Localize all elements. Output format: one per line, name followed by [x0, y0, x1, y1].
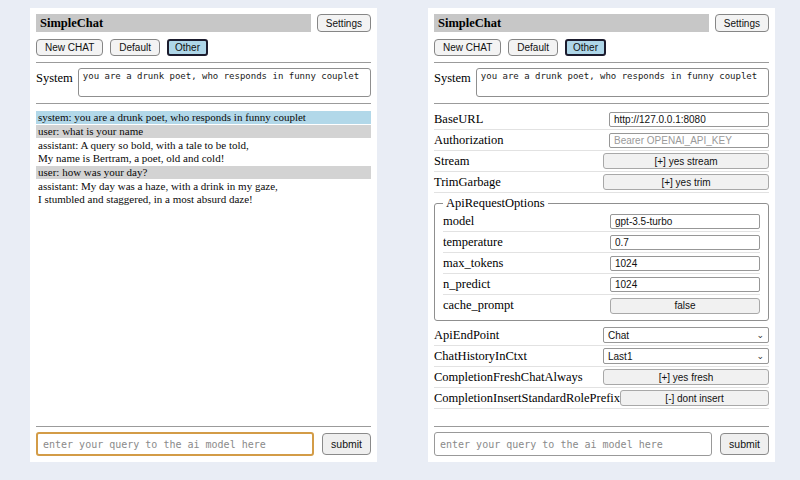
baseurl-input[interactable]: [609, 112, 769, 127]
n-predict-input[interactable]: [610, 277, 760, 292]
setting-label-authorization: Authorization: [434, 133, 609, 148]
divider: [36, 103, 371, 104]
max-tokens-input[interactable]: [610, 256, 760, 271]
setting-label-baseurl: BaseURL: [434, 112, 609, 127]
setting-label-api-endpoint: ApiEndPoint: [434, 328, 603, 343]
completion-insert-toggle-button[interactable]: [-] dont insert: [620, 390, 769, 406]
setting-row-api-endpoint: ApiEndPoint Chat ⌄: [434, 325, 769, 346]
cache-prompt-toggle-button[interactable]: false: [610, 298, 760, 314]
spacer: [434, 409, 769, 420]
divider: [36, 426, 371, 427]
message-line: assistant: A query so bold, with a tale …: [38, 139, 369, 152]
app-title: SimpleChat: [434, 14, 709, 32]
settings-button[interactable]: Settings: [317, 14, 371, 32]
divider: [434, 103, 769, 104]
setting-row-cache-prompt: cache_prompt false: [443, 295, 760, 316]
system-prompt-textarea[interactable]: you are a drunk poet, who responds in fu…: [78, 68, 371, 97]
divider: [434, 62, 769, 63]
divider: [434, 426, 769, 427]
divider: [36, 62, 371, 63]
page: SimpleChat Settings New CHAT Default Oth…: [0, 0, 800, 480]
setting-label-model: model: [443, 214, 610, 229]
setting-row-chat-history: ChatHistoryInCtxt Last1 ⌄: [434, 346, 769, 367]
setting-row-temperature: temperature: [443, 232, 760, 253]
setting-label-completion-fresh: CompletionFreshChatAlways: [434, 370, 603, 385]
setting-row-max-tokens: max_tokens: [443, 253, 760, 274]
stream-toggle-button[interactable]: [+] yes stream: [603, 153, 769, 169]
chat-message-user: user: how was your day?: [36, 166, 371, 179]
new-chat-button[interactable]: New CHAT: [434, 39, 501, 56]
user-query-input[interactable]: [434, 432, 712, 456]
system-prompt-row: System you are a drunk poet, who respond…: [36, 68, 371, 97]
settings-button[interactable]: Settings: [715, 14, 769, 32]
user-query-input[interactable]: [36, 432, 314, 456]
setting-label-completion-insert: CompletionInsertStandardRolePrefix: [434, 391, 620, 406]
authorization-input[interactable]: [609, 133, 769, 148]
setting-row-stream: Stream [+] yes stream: [434, 151, 769, 172]
submit-button[interactable]: submit: [322, 433, 371, 455]
new-chat-button[interactable]: New CHAT: [36, 39, 103, 56]
system-prompt-row: System you are a drunk poet, who respond…: [434, 68, 769, 97]
session-button-other[interactable]: Other: [565, 39, 606, 56]
selected-option: Last1: [608, 351, 632, 362]
session-button-other[interactable]: Other: [167, 39, 208, 56]
setting-label-chat-history: ChatHistoryInCtxt: [434, 349, 603, 364]
setting-label-cache-prompt: cache_prompt: [443, 298, 610, 313]
setting-label-max-tokens: max_tokens: [443, 256, 610, 271]
temperature-input[interactable]: [610, 235, 760, 250]
system-label: System: [36, 68, 73, 86]
message-line: system: you are a drunk poet, who respon…: [38, 111, 369, 124]
app-title: SimpleChat: [36, 14, 311, 32]
query-row: submit: [434, 432, 769, 456]
message-line: My name is Bertram, a poet, old and cold…: [38, 152, 369, 165]
selected-option: Chat: [608, 330, 629, 341]
model-input[interactable]: [610, 214, 760, 229]
query-row: submit: [36, 432, 371, 456]
chat-message-assistant: assistant: A query so bold, with a tale …: [36, 139, 371, 165]
setting-row-trimgarbage: TrimGarbage [+] yes trim: [434, 172, 769, 193]
session-button-default[interactable]: Default: [110, 39, 160, 56]
chat-message-list: system: you are a drunk poet, who respon…: [36, 111, 371, 207]
submit-button[interactable]: submit: [720, 433, 769, 455]
trimgarbage-toggle-button[interactable]: [+] yes trim: [603, 174, 769, 190]
setting-row-completion-fresh: CompletionFreshChatAlways [+] yes fresh: [434, 367, 769, 388]
setting-label-stream: Stream: [434, 154, 603, 169]
settings-view-panel: SimpleChat Settings New CHAT Default Oth…: [428, 8, 775, 462]
message-line: user: what is your name: [38, 125, 369, 138]
api-endpoint-select[interactable]: Chat ⌄: [603, 327, 769, 343]
api-request-options-legend: ApiRequestOptions: [443, 196, 548, 211]
chat-message-user: user: what is your name: [36, 125, 371, 138]
session-button-default[interactable]: Default: [508, 39, 558, 56]
setting-label-trimgarbage: TrimGarbage: [434, 175, 603, 190]
header-row: SimpleChat Settings: [36, 14, 371, 32]
chat-message-assistant: assistant: My day was a haze, with a dri…: [36, 180, 371, 206]
setting-row-baseurl: BaseURL: [434, 109, 769, 130]
chat-view-panel: SimpleChat Settings New CHAT Default Oth…: [30, 8, 377, 462]
setting-row-n-predict: n_predict: [443, 274, 760, 295]
header-row: SimpleChat Settings: [434, 14, 769, 32]
message-line: assistant: My day was a haze, with a dri…: [38, 180, 369, 193]
spacer: [36, 207, 371, 420]
api-request-options-fieldset: ApiRequestOptions model temperature max_…: [434, 196, 769, 321]
completion-fresh-toggle-button[interactable]: [+] yes fresh: [603, 369, 769, 385]
setting-row-completion-insert: CompletionInsertStandardRolePrefix [-] d…: [434, 388, 769, 409]
chevron-down-icon: ⌄: [756, 352, 764, 360]
chat-history-select[interactable]: Last1 ⌄: [603, 348, 769, 364]
session-row: New CHAT Default Other: [36, 39, 371, 56]
setting-label-n-predict: n_predict: [443, 277, 610, 292]
chevron-down-icon: ⌄: [756, 331, 764, 339]
setting-row-model: model: [443, 211, 760, 232]
session-row: New CHAT Default Other: [434, 39, 769, 56]
setting-label-temperature: temperature: [443, 235, 610, 250]
chat-message-system: system: you are a drunk poet, who respon…: [36, 111, 371, 124]
message-line: I stumbled and staggered, in a most absu…: [38, 193, 369, 206]
message-line: user: how was your day?: [38, 166, 369, 179]
system-prompt-textarea[interactable]: you are a drunk poet, who responds in fu…: [476, 68, 769, 97]
setting-row-authorization: Authorization: [434, 130, 769, 151]
settings-list: BaseURL Authorization Stream [+] yes str…: [434, 109, 769, 409]
system-label: System: [434, 68, 471, 86]
